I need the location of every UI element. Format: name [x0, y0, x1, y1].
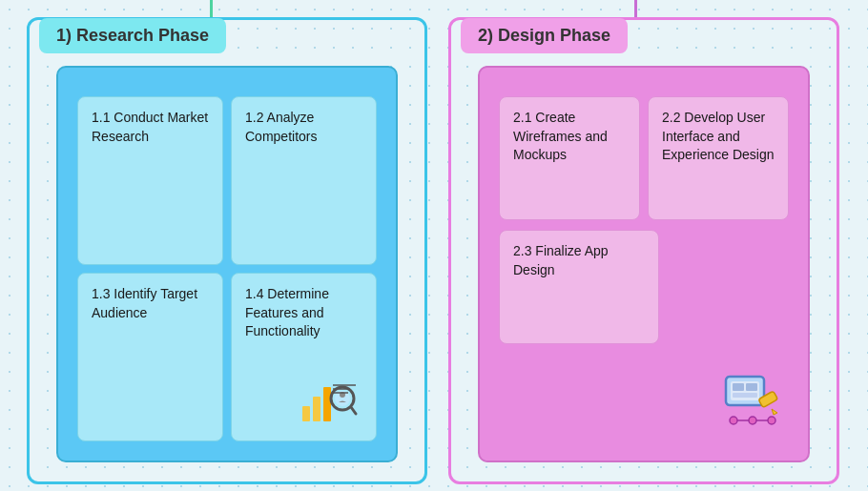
task-1-2-label: 1.2 Analyze Competitors	[245, 109, 362, 146]
task-1-4-label: 1.4 Determine Features and Functionality	[245, 285, 362, 341]
design-icon-svg	[724, 373, 779, 425]
task-2-1-label: 2.1 Create Wireframes and Mockups	[513, 109, 626, 165]
design-panel: 2) Design Phase 2.1 Create Wireframes an…	[448, 17, 839, 484]
task-2-2-card: 2.2 Develop User Interface and Experienc…	[648, 96, 789, 220]
svg-point-17	[730, 417, 737, 424]
design-inner-container: 2.1 Create Wireframes and Mockups 2.2 De…	[478, 66, 810, 462]
research-phase-title: 1) Research Phase	[39, 18, 226, 53]
research-inner-container: 1.1 Conduct Market Research 1.2 Analyze …	[56, 66, 398, 462]
svg-rect-12	[733, 383, 744, 391]
task-1-3-label: 1.3 Identify Target Audience	[92, 285, 209, 322]
task-1-3-card: 1.3 Identify Target Audience	[77, 273, 223, 441]
svg-point-18	[749, 417, 756, 424]
design-tasks-top: 2.1 Create Wireframes and Mockups 2.2 De…	[499, 96, 789, 220]
main-container: 1) Research Phase 1.1 Conduct Market Res…	[0, 0, 868, 491]
task-1-1-label: 1.1 Conduct Market Research	[92, 109, 209, 146]
design-icon	[724, 373, 779, 434]
connector-right	[634, 0, 637, 17]
svg-point-19	[768, 417, 775, 424]
task-2-3-card: 2.3 Finalize App Design	[499, 230, 659, 344]
svg-line-6	[351, 407, 356, 414]
task-1-1-card: 1.1 Conduct Market Research	[77, 96, 223, 265]
connector-left	[210, 0, 213, 17]
task-2-2-label: 2.2 Develop User Interface and Experienc…	[662, 109, 775, 165]
research-icon-svg	[300, 378, 358, 425]
research-icon	[300, 378, 358, 434]
svg-rect-13	[746, 383, 757, 391]
research-panel: 1) Research Phase 1.1 Conduct Market Res…	[27, 17, 427, 484]
task-2-1-card: 2.1 Create Wireframes and Mockups	[499, 96, 640, 220]
svg-rect-0	[302, 406, 310, 421]
task-2-3-label: 2.3 Finalize App Design	[513, 242, 645, 279]
design-phase-title: 2) Design Phase	[461, 18, 628, 53]
svg-rect-2	[323, 387, 331, 421]
svg-rect-1	[313, 397, 320, 421]
svg-rect-14	[733, 393, 757, 398]
task-1-2-card: 1.2 Analyze Competitors	[231, 96, 377, 265]
design-tasks-bottom: 2.3 Finalize App Design	[499, 230, 659, 344]
svg-marker-16	[772, 409, 777, 415]
